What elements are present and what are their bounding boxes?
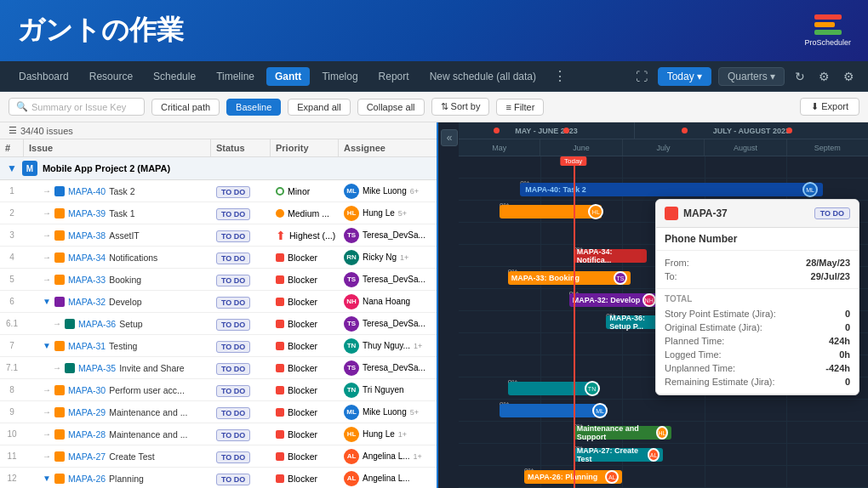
tooltip-id: MAPA-37 [683, 207, 728, 219]
issue-icon-10 [54, 429, 65, 440]
issue-icon-71 [65, 363, 75, 373]
issue-id-11[interactable]: MAPA-27 [68, 451, 106, 462]
issue-id-71[interactable]: MAPA-35 [78, 363, 116, 373]
row-issue-11[interactable]: → MAPA-27 Create Test [24, 450, 211, 463]
table-row: 6.1 → MAPA-36 Setup TO DO Blocker TS [0, 313, 437, 335]
row-issue-5[interactable]: → MAPA-33 Booking [24, 273, 211, 287]
fullscreen-icon[interactable]: ⛶ [632, 66, 651, 87]
row-issue-2[interactable]: → MAPA-39 Task 1 [24, 207, 211, 220]
collapse-all-button[interactable]: Collapse all [357, 99, 425, 116]
nav-report[interactable]: Report [370, 67, 418, 86]
row-issue-3[interactable]: → MAPA-38 AssetIT [24, 229, 211, 242]
baseline-button[interactable]: Baseline [226, 99, 281, 116]
tooltip-to-row: To: 29/Jul/23 [665, 270, 850, 283]
issue-id-12[interactable]: MAPA-26 [68, 474, 106, 484]
gantt-bar-2[interactable]: HL [500, 205, 602, 218]
issue-id-2[interactable]: MAPA-39 [68, 208, 106, 218]
issue-icon-2 [54, 208, 65, 218]
gantt-bar-1[interactable]: MAPA-40: Task 2 ML [520, 183, 823, 196]
logo-bars [814, 14, 842, 35]
table-row: 4 → MAPA-34 Notifications TO DO Blocker … [0, 247, 437, 269]
week-may: May [459, 139, 540, 156]
app-title: ガントの作業 [17, 12, 184, 49]
issue-id-3[interactable]: MAPA-38 [68, 230, 106, 241]
issue-icon-8 [54, 385, 65, 395]
issue-id-5[interactable]: MAPA-33 [68, 275, 106, 285]
bar-avatar-11: AL [648, 448, 660, 462]
priority-icon-4 [276, 253, 284, 262]
row-issue-7[interactable]: ▼ MAPA-31 Testing [24, 339, 211, 353]
expand-all-button[interactable]: Expand all [288, 99, 350, 116]
gantt-row-12: MAPA-26: Planning AL 0% [459, 466, 868, 488]
issue-icon-11 [54, 451, 65, 462]
tooltip-from-row: From: 28/May/23 [665, 256, 850, 270]
nav-more-icon[interactable]: ⋮ [548, 68, 572, 84]
issue-id-61[interactable]: MAPA-36 [78, 319, 116, 329]
nav-gantt[interactable]: Gantt [266, 67, 310, 86]
quarters-button[interactable]: Quarters ▾ [718, 67, 785, 86]
filter-button[interactable]: ≡ Filter [496, 99, 544, 116]
avatar-7: TN [344, 338, 359, 354]
table-row: 10 → MAPA-28 Maintenance and ... TO DO B… [0, 423, 437, 445]
search-box[interactable]: 🔍 Summary or Issue Key [9, 98, 145, 116]
row-issue-9[interactable]: → MAPA-29 Maintenance and ... [24, 406, 211, 419]
issue-id-8[interactable]: MAPA-30 [68, 385, 106, 395]
export-button[interactable]: ⬇ Export [800, 98, 859, 116]
bar-avatar-2: HL [588, 204, 603, 219]
gantt-bar-4[interactable]: MAPA-34: Notifica... [574, 249, 648, 263]
row-issue-71[interactable]: → MAPA-35 Invite and Share [24, 361, 211, 375]
table-row: 12 ▼ MAPA-26 Planning TO DO Blocker AL [0, 468, 437, 488]
issue-id-6[interactable]: MAPA-32 [68, 297, 106, 307]
nav-timelog[interactable]: Timelog [313, 67, 366, 86]
gantt-bar-8[interactable]: TN [508, 382, 598, 395]
nav-dashboard[interactable]: Dashboard [10, 67, 77, 86]
issue-icon-3 [54, 230, 65, 241]
row-issue-6[interactable]: ▼ MAPA-32 Develop [24, 295, 211, 309]
row-issue-61[interactable]: → MAPA-36 Setup [24, 317, 211, 331]
issue-icon-7 [54, 341, 65, 351]
gantt-collapse-button[interactable]: « [441, 129, 458, 146]
issue-id-7[interactable]: MAPA-31 [68, 341, 106, 351]
issue-id-4[interactable]: MAPA-34 [68, 253, 106, 263]
row-issue-4[interactable]: → MAPA-34 Notifications [24, 251, 211, 264]
row-collapse-7[interactable]: ▼ [43, 341, 51, 350]
table-row: 7.1 → MAPA-35 Invite and Share TO DO Blo… [0, 357, 437, 379]
refresh-icon[interactable]: ↻ [791, 66, 808, 87]
col-status: Status [211, 139, 271, 156]
issue-icon-12 [54, 474, 65, 484]
options-icon[interactable]: ⚙ [840, 66, 858, 87]
row-issue-1[interactable]: → MAPA-40 Task 2 [24, 184, 211, 198]
nav-timeline[interactable]: Timeline [208, 67, 263, 86]
group-expand-arrow[interactable]: ▼ [7, 162, 17, 174]
row-collapse-12[interactable]: ▼ [43, 474, 51, 483]
issue-id-10[interactable]: MAPA-28 [68, 429, 106, 440]
tooltip-field-4: Unplanned Time: -424h [665, 361, 850, 375]
gantt-bar-6[interactable]: MAPA-32: Develop NH [569, 293, 660, 307]
issue-id-1[interactable]: MAPA-40 [68, 186, 106, 196]
search-placeholder: Summary or Issue Key [31, 102, 126, 112]
row-collapse-6[interactable]: ▼ [43, 297, 51, 306]
tooltip-icon [665, 207, 678, 220]
avatar-11: AL [344, 449, 359, 464]
gantt-bar-9[interactable]: ML [500, 404, 606, 417]
nav-resource[interactable]: Resource [81, 67, 141, 86]
gantt-bar-5[interactable]: MAPA-33: Booking TS [508, 271, 631, 285]
avatar-1: ML [344, 184, 359, 199]
row-assignee-1: ML Mike Luong 6+ [339, 182, 437, 201]
settings-icon[interactable]: ⚙ [815, 66, 833, 87]
row-issue-8[interactable]: → MAPA-30 Perform user acc... [24, 383, 211, 397]
tooltip-from-value: 28/May/23 [806, 258, 850, 268]
nav-new-schedule[interactable]: New schedule (all data) [421, 67, 545, 86]
sort-by-button[interactable]: ⇅ Sort by [431, 98, 490, 116]
row-issue-12[interactable]: ▼ MAPA-26 Planning [24, 472, 211, 485]
row-issue-10[interactable]: → MAPA-28 Maintenance and ... [24, 428, 211, 441]
gantt-bar-10[interactable]: Maintenance and Support HL [574, 426, 671, 440]
issue-id-9[interactable]: MAPA-29 [68, 407, 106, 417]
nav-schedule[interactable]: Schedule [145, 67, 204, 86]
gantt-row-1: MAPA-40: Task 2 ML 0% [459, 179, 868, 201]
today-button[interactable]: Today ▾ [658, 67, 711, 86]
tooltip-dates-section: From: 28/May/23 To: 29/Jul/23 [656, 251, 859, 289]
gantt-bar-11[interactable]: MAPA-27: Create Test AL [574, 448, 664, 462]
critical-path-button[interactable]: Critical path [151, 99, 220, 116]
gantt-months-row: MAY - JUNE 2023 JULY - AUGUST 2023 [459, 122, 868, 139]
